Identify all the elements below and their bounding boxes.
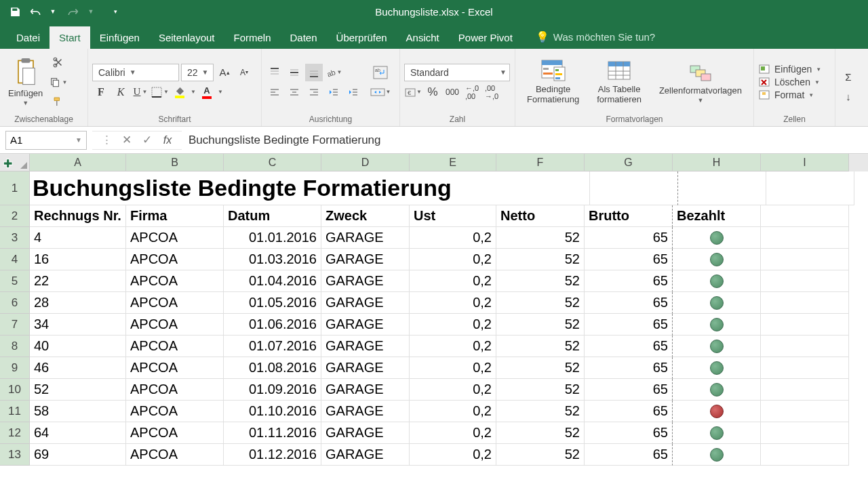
tab-data[interactable]: Daten: [281, 26, 327, 49]
title-cell[interactable]: Buchungsliste Bedingte Formatierung: [30, 171, 590, 205]
cell[interactable]: 0,2: [410, 249, 496, 270]
align-bottom-button[interactable]: [305, 64, 323, 81]
cell[interactable]: APCOA: [126, 357, 224, 379]
orientation-button[interactable]: ab ▼: [325, 64, 342, 81]
cell[interactable]: 16: [30, 249, 126, 270]
cell[interactable]: GARAGE: [321, 249, 410, 270]
cell[interactable]: 58: [30, 401, 126, 422]
cell[interactable]: 0,2: [410, 270, 496, 292]
col-header-F[interactable]: F: [496, 154, 585, 171]
formula-expand-icon[interactable]: ⋮: [96, 131, 117, 149]
cell[interactable]: 01.10.2016: [224, 401, 321, 422]
cell[interactable]: [673, 357, 761, 379]
name-box[interactable]: A1▼: [5, 131, 87, 150]
cell[interactable]: GARAGE: [321, 379, 410, 401]
header-cell[interactable]: Rechnugs Nr.: [30, 205, 126, 227]
undo-dropdown[interactable]: ▼: [43, 2, 62, 21]
borders-button[interactable]: ▼: [151, 83, 169, 101]
cell[interactable]: 0,2: [410, 401, 496, 422]
accounting-format-button[interactable]: € ▼: [404, 83, 422, 101]
header-cell[interactable]: Netto: [496, 205, 585, 227]
autosum-button[interactable]: Σ: [840, 68, 857, 86]
cell[interactable]: 52: [496, 401, 585, 422]
merge-button[interactable]: ▼: [369, 83, 392, 101]
cell[interactable]: 01.07.2016: [224, 336, 321, 357]
cell[interactable]: [673, 336, 761, 357]
col-header-A[interactable]: A: [30, 154, 126, 171]
cell[interactable]: 34: [30, 314, 126, 336]
redo-button[interactable]: [64, 2, 83, 21]
paste-button[interactable]: Einfügen ▼: [4, 58, 47, 107]
cell[interactable]: APCOA: [126, 292, 224, 314]
col-header-E[interactable]: E: [410, 154, 496, 171]
cancel-button[interactable]: ✕: [117, 131, 137, 149]
cell[interactable]: 01.11.2016: [224, 422, 321, 444]
format-as-table-button[interactable]: Als Tabelle formatieren: [593, 59, 646, 105]
cell[interactable]: 4: [30, 227, 126, 249]
cell[interactable]: [673, 314, 761, 336]
increase-font-button[interactable]: A▴: [216, 64, 233, 81]
header-cell[interactable]: Datum: [224, 205, 321, 227]
cell[interactable]: 0,2: [410, 444, 496, 466]
cell[interactable]: 64: [30, 422, 126, 444]
cell[interactable]: 65: [585, 336, 673, 357]
tab-review[interactable]: Überprüfen: [327, 26, 397, 49]
select-all-button[interactable]: ✚: [0, 154, 30, 171]
cell-styles-button[interactable]: Zellenformatvorlagen ▼: [655, 60, 746, 104]
cell[interactable]: GARAGE: [321, 270, 410, 292]
tab-view[interactable]: Ansicht: [397, 26, 449, 49]
cell[interactable]: [673, 292, 761, 314]
underline-button[interactable]: U▼: [132, 83, 149, 101]
cell[interactable]: [673, 227, 761, 249]
cell[interactable]: [673, 270, 761, 292]
cell[interactable]: APCOA: [126, 227, 224, 249]
cell[interactable]: 52: [496, 292, 585, 314]
cell[interactable]: 01.04.2016: [224, 270, 321, 292]
cell[interactable]: 01.09.2016: [224, 379, 321, 401]
cell[interactable]: [673, 422, 761, 444]
align-middle-button[interactable]: [285, 64, 303, 81]
cell[interactable]: 65: [585, 314, 673, 336]
font-color-button[interactable]: A: [198, 83, 216, 101]
row-header-8[interactable]: 8: [0, 336, 30, 357]
col-header-G[interactable]: G: [585, 154, 673, 171]
copy-button[interactable]: ▼: [50, 73, 67, 91]
align-center-button[interactable]: [285, 83, 303, 101]
row-header-2[interactable]: 2: [0, 205, 30, 227]
col-header-C[interactable]: C: [224, 154, 321, 171]
cell[interactable]: 69: [30, 444, 126, 466]
bold-button[interactable]: F: [92, 83, 110, 101]
cell[interactable]: 52: [496, 270, 585, 292]
cut-button[interactable]: [50, 54, 67, 71]
cell[interactable]: 0,2: [410, 336, 496, 357]
col-header-B[interactable]: B: [126, 154, 224, 171]
cell[interactable]: 65: [585, 227, 673, 249]
cell[interactable]: 40: [30, 336, 126, 357]
cell[interactable]: 65: [585, 270, 673, 292]
decrease-indent-button[interactable]: [325, 83, 342, 101]
header-cell[interactable]: Firma: [126, 205, 224, 227]
tab-powerpivot[interactable]: Power Pivot: [449, 26, 522, 49]
cell[interactable]: 0,2: [410, 357, 496, 379]
conditional-formatting-button[interactable]: Bedingte Formatierung: [523, 59, 583, 105]
header-cell[interactable]: Bezahlt: [673, 205, 761, 227]
save-button[interactable]: [5, 2, 24, 21]
cells-area[interactable]: Buchungsliste Bedingte FormatierungRechn…: [30, 171, 854, 466]
cell[interactable]: 01.06.2016: [224, 314, 321, 336]
cell[interactable]: 52: [496, 227, 585, 249]
col-header-D[interactable]: D: [321, 154, 410, 171]
cell[interactable]: GARAGE: [321, 444, 410, 466]
decrease-font-button[interactable]: A▾: [235, 64, 253, 81]
cell[interactable]: 52: [496, 336, 585, 357]
cell[interactable]: 22: [30, 270, 126, 292]
cell[interactable]: APCOA: [126, 336, 224, 357]
cell[interactable]: 65: [585, 444, 673, 466]
tell-me-search[interactable]: 💡 Was möchten Sie tun?: [536, 25, 655, 49]
header-cell[interactable]: Ust: [410, 205, 496, 227]
cells-insert-button[interactable]: Einfügen ▼: [758, 64, 831, 75]
cell[interactable]: [673, 444, 761, 466]
cell[interactable]: 65: [585, 357, 673, 379]
align-right-button[interactable]: [305, 83, 323, 101]
number-format-combo[interactable]: Standard▼: [404, 64, 510, 81]
increase-decimal-button[interactable]: ←,0,00: [463, 83, 481, 101]
